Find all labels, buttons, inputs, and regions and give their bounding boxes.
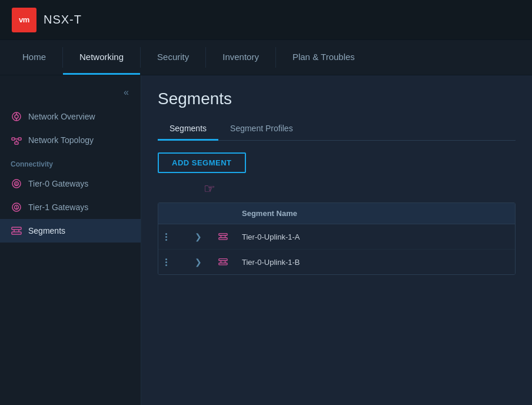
col-header-actions [158, 203, 188, 224]
svg-rect-23 [219, 259, 227, 261]
sidebar-item-tier0-gateways[interactable]: 0 Tier-0 Gateways [0, 172, 141, 195]
main-layout: « Network Overview [0, 75, 532, 405]
sidebar-label-tier1: Tier-1 Gateways [28, 203, 88, 212]
add-segment-button[interactable]: ADD SEGMENT [158, 152, 246, 173]
sidebar: « Network Overview [0, 75, 141, 405]
svg-rect-24 [219, 263, 227, 265]
row1-icon [211, 224, 235, 249]
page-title: Segments [158, 89, 516, 108]
sidebar-item-network-topology[interactable]: Network Topology [0, 128, 141, 152]
sidebar-label-network-topology: Network Topology [28, 135, 94, 145]
topology-icon [11, 134, 22, 146]
dots-menu-icon[interactable] [165, 258, 167, 266]
row2-icon [211, 250, 235, 274]
tier0-icon: 0 [11, 178, 22, 190]
row2-name: Tier-0-Uplink-1-B [235, 250, 515, 274]
connectivity-section-label: Connectivity [0, 152, 141, 172]
col-header-name: Segment Name [235, 203, 515, 224]
chevron-right-icon[interactable]: ❯ [195, 257, 202, 267]
table-row: ❯ Tier-0-Uplink-1-B [158, 250, 515, 274]
sidebar-label-tier0: Tier-0 Gateways [28, 179, 88, 188]
tab-inventory[interactable]: Inventory [206, 40, 275, 75]
sidebar-collapse: « [0, 81, 141, 105]
col-header-expand [188, 203, 211, 224]
app-title: NSX-T [44, 13, 82, 26]
row1-dots[interactable] [158, 224, 188, 249]
svg-rect-19 [219, 234, 227, 235]
row1-expand[interactable]: ❯ [188, 224, 211, 249]
sidebar-item-segments[interactable]: Segments [0, 219, 141, 243]
overview-icon [11, 111, 22, 122]
nav-tabs: Home Networking Security Inventory Plan … [0, 40, 532, 75]
top-bar: vm NSX-T [0, 0, 532, 40]
row1-name: Tier-0-Uplink-1-A [235, 224, 515, 249]
svg-text:1: 1 [16, 205, 18, 210]
svg-rect-20 [219, 238, 227, 240]
cursor-icon: ☞ [204, 181, 215, 197]
row2-dots[interactable] [158, 250, 188, 274]
tier1-icon: 1 [11, 201, 22, 213]
table-row: ❯ Tier-0-Uplink-1-A [158, 224, 515, 250]
segment-topology-icon [218, 257, 228, 267]
svg-text:0: 0 [15, 182, 18, 186]
sidebar-item-tier1-gateways[interactable]: 1 Tier-1 Gateways [0, 195, 141, 219]
sub-tab-segments[interactable]: Segments [158, 119, 218, 141]
segment-table: Segment Name ❯ [158, 203, 516, 275]
sidebar-label-segments: Segments [28, 226, 65, 235]
sub-tab-segment-profiles[interactable]: Segment Profiles [218, 119, 305, 141]
dots-menu-icon[interactable] [165, 233, 167, 241]
sidebar-label-network-overview: Network Overview [28, 112, 95, 121]
table-header: Segment Name [158, 203, 515, 224]
tab-security[interactable]: Security [141, 40, 205, 75]
content-area: Segments Segments Segment Profiles ADD S… [141, 75, 532, 405]
sub-tabs: Segments Segment Profiles [158, 119, 516, 141]
svg-rect-6 [15, 142, 18, 144]
svg-rect-15 [12, 227, 21, 230]
col-header-icon [211, 203, 235, 224]
row2-expand[interactable]: ❯ [188, 250, 211, 274]
logo-box: vm [12, 8, 36, 32]
segment-topology-icon [218, 231, 228, 242]
svg-rect-16 [12, 232, 21, 234]
logo-text: vm [19, 15, 29, 24]
tab-plan-troubles[interactable]: Plan & Troubles [276, 40, 371, 75]
sidebar-item-network-overview[interactable]: Network Overview [0, 105, 141, 128]
svg-point-1 [15, 115, 18, 118]
tab-home[interactable]: Home [6, 40, 62, 75]
svg-rect-5 [18, 138, 21, 140]
segments-icon [11, 225, 22, 237]
collapse-button[interactable]: « [120, 86, 132, 99]
tab-networking[interactable]: Networking [63, 40, 140, 75]
svg-rect-4 [12, 138, 15, 140]
chevron-right-icon[interactable]: ❯ [195, 232, 202, 241]
